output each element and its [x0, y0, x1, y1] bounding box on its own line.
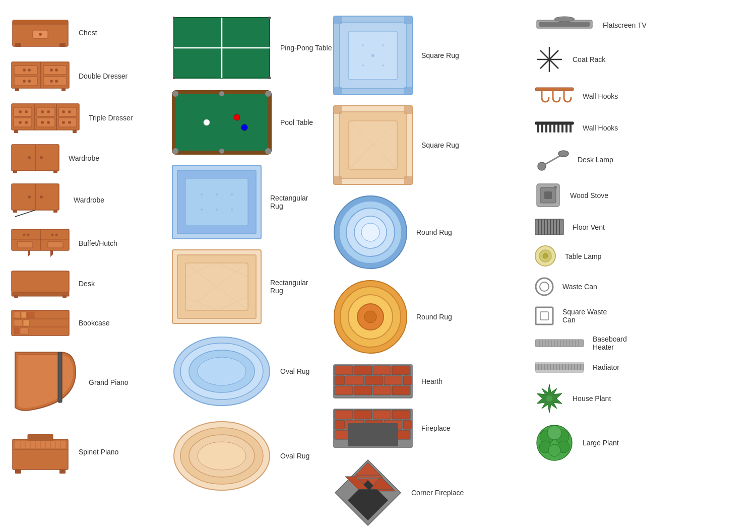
svg-point-54 — [28, 195, 31, 198]
svg-point-123 — [216, 193, 218, 195]
svg-point-14 — [28, 69, 31, 72]
svg-rect-79 — [27, 312, 34, 318]
list-item: Grand Piano — [10, 347, 161, 418]
svg-rect-27 — [14, 118, 32, 127]
waste-can-label: Waste Can — [562, 283, 597, 291]
oval-rug1-icon — [171, 334, 272, 409]
svg-rect-199 — [403, 420, 411, 429]
fireplace-icon — [333, 408, 413, 448]
svg-point-13 — [23, 69, 26, 72]
svg-point-140 — [198, 357, 246, 385]
svg-rect-226 — [537, 124, 539, 132]
list-item: Wall Hooks — [534, 84, 706, 109]
svg-line-236 — [542, 155, 562, 166]
svg-point-63 — [27, 234, 30, 236]
svg-point-241 — [554, 186, 557, 189]
waste-can-icon — [534, 277, 554, 297]
round-rug2-label: Round Rug — [416, 313, 452, 321]
list-item: Oval Rug — [171, 418, 323, 494]
list-item: Square Rug — [333, 105, 524, 185]
spinet-piano-icon — [10, 427, 71, 477]
radiator-icon — [534, 360, 585, 374]
svg-rect-188 — [373, 386, 391, 395]
svg-point-254 — [536, 278, 553, 295]
column-4: Flatscreen TV Coat Rack — [529, 10, 711, 532]
svg-rect-217 — [539, 22, 590, 27]
buffet-hutch-icon — [10, 227, 71, 259]
svg-rect-151 — [404, 87, 412, 95]
svg-point-64 — [51, 234, 54, 236]
svg-point-122 — [201, 193, 203, 195]
svg-rect-160 — [334, 106, 342, 114]
svg-point-39 — [47, 121, 50, 124]
svg-point-299 — [548, 444, 560, 456]
svg-rect-149 — [404, 16, 412, 24]
svg-rect-72 — [14, 295, 18, 298]
svg-point-40 — [62, 110, 65, 113]
svg-rect-224 — [535, 88, 574, 91]
house-plant-icon — [534, 383, 564, 414]
square-rug2-icon — [333, 105, 413, 185]
svg-point-4 — [39, 33, 42, 36]
list-item: Desk Lamp — [534, 147, 706, 172]
list-item: House Plant — [534, 383, 706, 414]
svg-rect-108 — [268, 77, 271, 79]
svg-rect-240 — [544, 191, 552, 199]
rect-rug2-icon — [171, 249, 262, 324]
svg-rect-67 — [48, 242, 63, 248]
svg-rect-234 — [570, 124, 572, 132]
svg-rect-57 — [53, 210, 57, 213]
svg-rect-204 — [348, 423, 398, 446]
list-item: Square Rug — [333, 15, 524, 96]
hearth-label: Hearth — [421, 377, 443, 385]
round-rug1-label: Round Rug — [416, 228, 452, 236]
wall-hooks1-icon — [534, 84, 575, 109]
svg-rect-106 — [268, 17, 271, 19]
svg-rect-232 — [561, 124, 563, 132]
svg-point-175 — [364, 311, 376, 323]
svg-rect-194 — [392, 410, 410, 419]
svg-rect-5 — [15, 43, 21, 47]
hearth-icon — [333, 364, 413, 399]
large-plant-icon — [534, 423, 575, 463]
svg-point-117 — [234, 114, 240, 120]
svg-rect-99 — [15, 470, 21, 474]
list-item: Rectangular Rug — [171, 164, 323, 240]
grand-piano-icon — [10, 347, 81, 418]
svg-point-155 — [362, 64, 364, 66]
svg-point-255 — [540, 282, 549, 291]
wardrobe1-label: Wardrobe — [69, 154, 99, 162]
svg-rect-78 — [21, 312, 26, 318]
triple-dresser-icon — [10, 101, 81, 134]
svg-point-15 — [23, 80, 26, 83]
table-lamp-label: Table Lamp — [565, 252, 601, 260]
svg-rect-231 — [557, 124, 559, 132]
svg-rect-80 — [14, 320, 22, 326]
svg-rect-1 — [13, 20, 68, 24]
svg-point-38 — [41, 121, 44, 124]
svg-rect-77 — [14, 312, 20, 318]
svg-rect-71 — [12, 292, 69, 296]
svg-rect-56 — [13, 210, 17, 213]
oval-rug2-icon — [171, 418, 272, 494]
wall-hooks2-label: Wall Hooks — [583, 124, 618, 132]
svg-rect-21 — [15, 88, 19, 91]
svg-point-115 — [219, 149, 224, 154]
svg-rect-290 — [535, 370, 584, 372]
svg-point-124 — [231, 193, 233, 195]
floor-vent-icon — [534, 218, 564, 236]
svg-rect-184 — [384, 376, 402, 385]
svg-point-154 — [382, 44, 384, 46]
svg-rect-30 — [58, 107, 77, 116]
ping-pong-icon — [171, 15, 272, 81]
svg-rect-29 — [37, 118, 55, 127]
list-item: Corner Fireplace — [333, 457, 524, 528]
flatscreen-tv-label: Flatscreen TV — [603, 21, 647, 29]
rect-rug1-label: Rectangular Rug — [270, 194, 308, 210]
list-item: Pool Table — [171, 90, 323, 155]
svg-rect-50 — [13, 171, 17, 173]
svg-rect-66 — [18, 242, 33, 248]
list-item: Table Lamp — [534, 245, 706, 268]
double-dresser-label: Double Dresser — [79, 72, 128, 80]
column-2: Ping-Pong Table Pool Tabl — [166, 10, 328, 532]
